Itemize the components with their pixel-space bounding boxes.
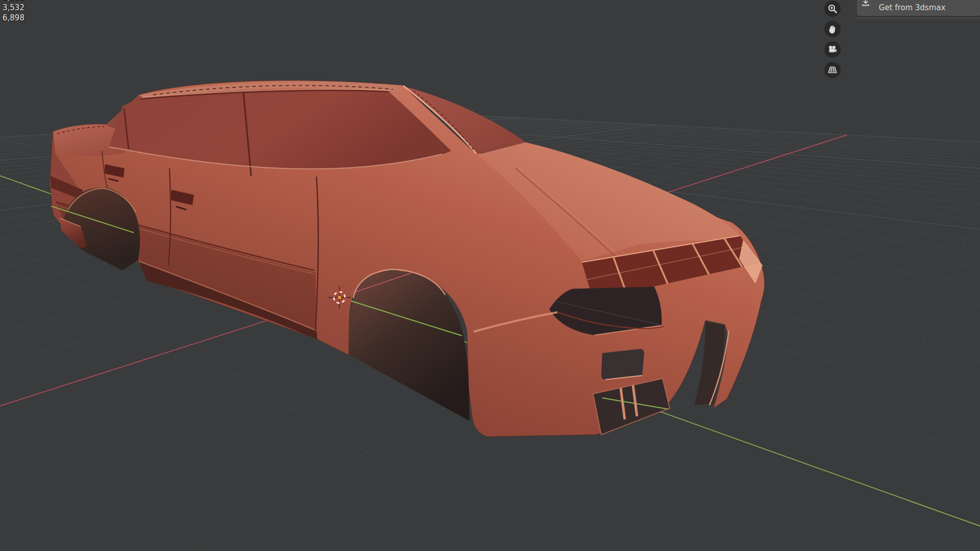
get-from-3dsmax-button[interactable]: Get from 3dsmax (856, 0, 980, 16)
panel-strip (856, 17, 980, 19)
stat-line: 3,532 (3, 3, 24, 13)
statistics-overlay: 3,533 3,532 6,898 (3, 0, 24, 23)
bumper-upper-intake (601, 349, 644, 380)
scene-layer (0, 0, 980, 551)
3d-viewport[interactable]: 3,533 3,532 6,898 (0, 0, 980, 551)
addon-panel: Get from 3dsmax (856, 0, 980, 19)
perspective-grid-icon (827, 64, 838, 76)
stat-line: 6,898 (3, 13, 24, 23)
viewport-nav-gizmos (824, 1, 842, 82)
camera-view-button[interactable] (824, 41, 841, 58)
zoom-button[interactable] (824, 1, 841, 17)
button-label: Get from 3dsmax (857, 2, 980, 12)
camera-view-icon (827, 44, 838, 55)
zoom-icon (827, 3, 838, 14)
perspective-toggle-button[interactable] (824, 62, 841, 78)
car-model[interactable] (50, 81, 765, 437)
download-icon (861, 0, 871, 7)
pan-button[interactable] (824, 21, 841, 37)
pan-hand-icon (827, 23, 838, 35)
